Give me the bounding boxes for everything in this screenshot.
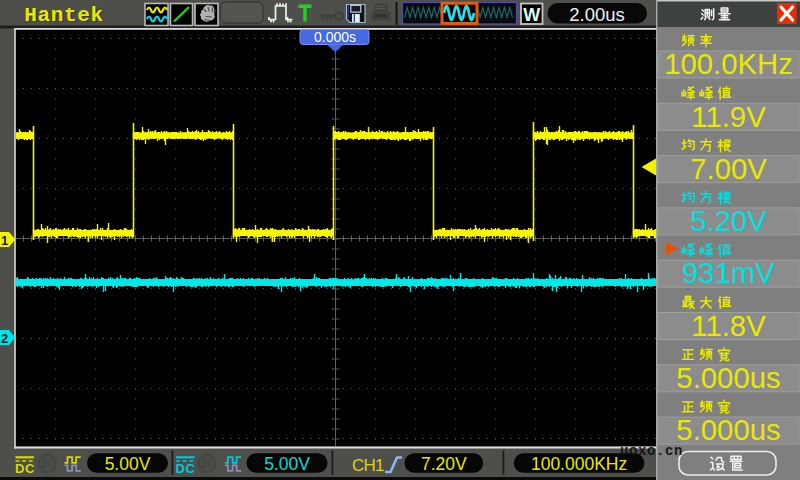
- svg-text:DC: DC: [15, 461, 35, 476]
- svg-text:5.20V: 5.20V: [690, 204, 767, 237]
- svg-text:5.00V: 5.00V: [264, 454, 310, 474]
- svg-text:1: 1: [1, 233, 8, 248]
- svg-text:2: 2: [1, 331, 8, 346]
- svg-text:931mV: 931mV: [682, 256, 775, 289]
- svg-text:7.00V: 7.00V: [690, 152, 767, 185]
- svg-text:uoxo.cn: uoxo.cn: [620, 443, 683, 459]
- svg-text:11.8V: 11.8V: [691, 309, 766, 342]
- svg-text:5.00V: 5.00V: [105, 454, 151, 474]
- svg-text:W: W: [523, 5, 540, 25]
- svg-text:Hantek: Hantek: [24, 4, 104, 27]
- svg-text:20: 20: [200, 457, 214, 471]
- svg-text:20: 20: [41, 457, 55, 471]
- svg-text:5.000us: 5.000us: [676, 413, 780, 446]
- svg-text:5.000us: 5.000us: [676, 361, 780, 394]
- svg-text:100.0KHz: 100.0KHz: [664, 47, 793, 80]
- svg-text:CH1: CH1: [352, 456, 384, 475]
- svg-text:DC: DC: [176, 461, 196, 476]
- svg-text:11.9V: 11.9V: [691, 100, 766, 133]
- svg-text:0.000s: 0.000s: [314, 29, 356, 45]
- svg-text:7.20V: 7.20V: [421, 454, 467, 474]
- svg-text:100.000KHz: 100.000KHz: [531, 454, 627, 474]
- svg-text:2.00us: 2.00us: [569, 4, 625, 25]
